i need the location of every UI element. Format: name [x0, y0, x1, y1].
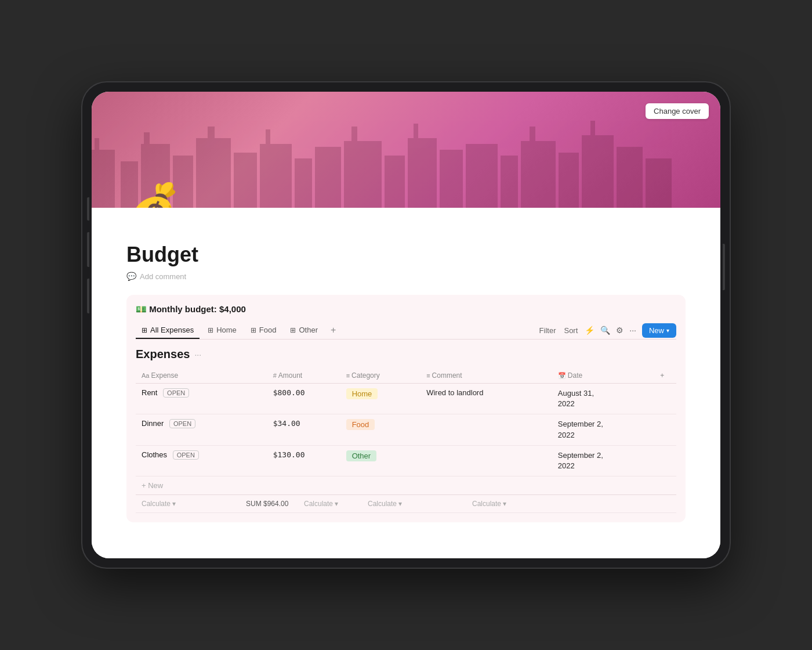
- open-badge-rent[interactable]: OPEN: [163, 388, 189, 398]
- add-new-row[interactable]: + New: [136, 476, 676, 494]
- calculate-comment-caret: ▾: [398, 500, 402, 508]
- tab-all-icon: ⊞: [142, 326, 147, 334]
- calculate-expense-caret: ▾: [172, 500, 176, 508]
- lightning-icon[interactable]: ⚡: [585, 326, 594, 335]
- calculate-comment[interactable]: Calculate ▾: [362, 495, 466, 513]
- filter-button[interactable]: Filter: [538, 324, 557, 337]
- calculate-date-caret: ▾: [503, 500, 506, 508]
- expenses-table: AaExpense #Amount ≡Category ≡Comment: [136, 368, 676, 476]
- new-button-caret: ▾: [666, 327, 669, 334]
- table-options-button[interactable]: ···: [194, 350, 201, 359]
- calculate-date-label: Calculate: [472, 500, 501, 508]
- category-cell-dinner: Food: [340, 414, 421, 445]
- tab-all-expenses[interactable]: ⊞ All Expenses: [136, 322, 200, 339]
- tablet-screen: 💰 Change cover Budget 💬 Add comment 💵 Mo…: [92, 92, 720, 558]
- col-header-amount: #Amount: [267, 368, 340, 384]
- new-button-label: New: [649, 326, 664, 335]
- svg-rect-26: [617, 147, 643, 208]
- tab-other-icon: ⊞: [290, 326, 296, 334]
- expense-name-dinner: Dinner: [142, 419, 164, 428]
- add-comment-row[interactable]: 💬 Add comment: [126, 272, 686, 281]
- search-icon[interactable]: 🔍: [600, 326, 610, 335]
- tab-home-icon: ⊞: [208, 326, 213, 334]
- cover-emoji: 💰: [126, 185, 184, 208]
- date-cell-clothes: September 2,2022: [552, 445, 654, 476]
- tab-food-icon: ⊞: [251, 326, 256, 334]
- database-header: 💵 Monthly budget: $4,000: [136, 304, 676, 315]
- tab-other-label: Other: [299, 326, 318, 334]
- settings-icon[interactable]: ⚙: [616, 326, 624, 335]
- expense-name-clothes: Clothes: [142, 450, 167, 459]
- svg-rect-15: [385, 156, 405, 208]
- svg-rect-22: [530, 127, 535, 141]
- date-cell-dinner: September 2,2022: [552, 414, 654, 445]
- table-row: Dinner OPEN $34.00 Food September 2,2022: [136, 414, 676, 445]
- tab-other[interactable]: ⊞ Other: [284, 322, 324, 339]
- date-cell-rent: August 31,2022: [552, 384, 654, 414]
- svg-rect-16: [408, 138, 437, 208]
- svg-rect-12: [315, 147, 341, 208]
- table-title-row: Expenses ···: [136, 348, 676, 361]
- category-cell-clothes: Other: [340, 445, 421, 476]
- comment-icon: 💬: [126, 272, 136, 281]
- expense-cell-rent: Rent OPEN: [136, 384, 267, 414]
- calculate-category[interactable]: Calculate ▾: [298, 495, 362, 513]
- tablet-frame: 💰 Change cover Budget 💬 Add comment 💵 Mo…: [81, 81, 731, 569]
- category-badge-food[interactable]: Food: [346, 419, 375, 430]
- tab-home-label: Home: [216, 326, 237, 334]
- calculate-amount: SUM $964.00: [240, 495, 298, 513]
- comment-cell-rent: Wired to landlord: [420, 384, 552, 414]
- page-content: Budget 💬 Add comment 💵 Monthly budget: $…: [92, 208, 720, 558]
- calculate-expense-label: Calculate: [142, 500, 171, 508]
- database-block: 💵 Monthly budget: $4,000 ⊞ All Expenses …: [126, 295, 686, 522]
- amount-cell-dinner: $34.00: [267, 414, 340, 445]
- col-header-category: ≡Category: [340, 368, 421, 384]
- calculate-table: Calculate ▾ SUM $964.00 Calculate ▾ Calc…: [136, 494, 676, 513]
- calculate-date[interactable]: Calculate ▾: [466, 495, 548, 513]
- tab-add-button[interactable]: +: [326, 322, 340, 339]
- col-header-add[interactable]: +: [654, 368, 676, 384]
- more-icon[interactable]: ···: [629, 326, 636, 335]
- row-extra-dinner: [654, 414, 676, 445]
- calculate-row: Calculate ▾ SUM $964.00 Calculate ▾ Calc…: [136, 495, 676, 513]
- svg-rect-8: [234, 153, 257, 208]
- svg-rect-10: [266, 129, 270, 144]
- sum-value: $964.00: [263, 500, 288, 508]
- calculate-category-caret: ▾: [335, 500, 338, 508]
- svg-rect-7: [208, 127, 215, 138]
- category-badge-other[interactable]: Other: [346, 450, 377, 461]
- open-badge-dinner[interactable]: OPEN: [169, 419, 195, 428]
- tab-food[interactable]: ⊞ Food: [245, 322, 282, 339]
- tab-all-label: All Expenses: [150, 326, 194, 334]
- new-button[interactable]: New ▾: [642, 323, 676, 338]
- svg-rect-11: [295, 158, 312, 208]
- comment-col-icon: ≡: [426, 372, 430, 379]
- expense-cell-clothes: Clothes OPEN: [136, 445, 267, 476]
- expense-cell-dinner: Dinner OPEN: [136, 414, 267, 445]
- col-header-comment: ≡Comment: [420, 368, 552, 384]
- database-header-text: 💵 Monthly budget: $4,000: [136, 304, 246, 315]
- svg-rect-19: [466, 144, 498, 208]
- svg-rect-21: [521, 141, 556, 208]
- table-row: Rent OPEN $800.00 Home Wired to landlord…: [136, 384, 676, 414]
- amount-cell-clothes: $130.00: [267, 445, 340, 476]
- amount-cell-rent: $800.00: [267, 384, 340, 414]
- amount-col-icon: #: [273, 372, 277, 379]
- col-header-date: 📅Date: [552, 368, 654, 384]
- row-extra-clothes: [654, 445, 676, 476]
- svg-rect-0: [92, 150, 115, 208]
- tab-home[interactable]: ⊞ Home: [202, 322, 242, 339]
- add-comment-label: Add comment: [140, 272, 186, 281]
- category-badge-home[interactable]: Home: [346, 388, 378, 399]
- svg-rect-24: [582, 135, 614, 208]
- cover-area: 💰 Change cover: [92, 92, 720, 208]
- sort-button[interactable]: Sort: [563, 324, 579, 337]
- open-badge-clothes[interactable]: OPEN: [173, 450, 199, 460]
- change-cover-button[interactable]: Change cover: [646, 103, 709, 119]
- svg-rect-27: [646, 158, 672, 208]
- svg-rect-18: [440, 150, 463, 208]
- expense-col-icon: Aa: [142, 372, 149, 379]
- page-title: Budget: [126, 243, 686, 267]
- expense-name-rent: Rent: [142, 388, 157, 397]
- calculate-expense[interactable]: Calculate ▾: [136, 495, 240, 513]
